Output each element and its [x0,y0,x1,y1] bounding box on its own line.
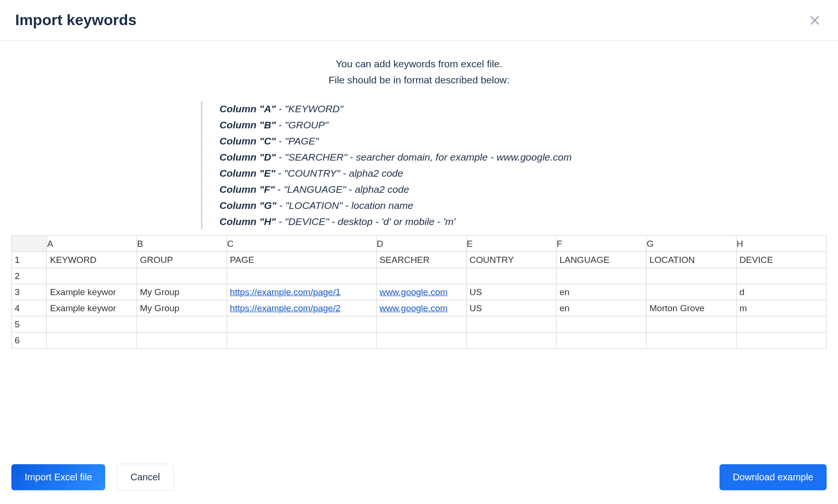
modal-title: Import keywords [15,11,137,29]
column-spec-row: Column "E" - "COUNTRY" - alpha2 code [219,165,637,181]
spreadsheet-cell [376,333,466,349]
spreadsheet-cell [227,316,377,333]
spreadsheet-cell: d [737,284,827,300]
spreadsheet-cell: en [556,284,647,300]
column-spec-label: Column "D" [219,152,276,162]
spreadsheet-col-letter: B [137,236,227,252]
spreadsheet-cell: m [737,300,827,316]
spreadsheet-row: 5 [12,316,827,333]
spreadsheet-cell [647,284,737,300]
column-spec-value: "GROUP" [285,119,328,130]
download-example-button[interactable]: Download example [720,464,827,490]
spreadsheet-cell: Example keywor [47,284,137,300]
column-spec-label: Column "G" [219,200,276,211]
spreadsheet-col-letter: A [47,236,137,252]
column-spec-row: Column "C" - "PAGE" [219,133,637,149]
spreadsheet-cell: https://example.com/page/2 [227,300,377,316]
spreadsheet-cell [227,333,377,349]
spreadsheet-row-number: 3 [12,284,47,300]
column-spec-value: "KEYWORD" [285,103,343,114]
spreadsheet-cell [466,333,556,349]
column-spec-row: Column "D" - "SEARCHER" - searcher domai… [219,149,637,165]
column-spec-label: Column "C" [219,135,276,146]
spreadsheet-col-letter: E [466,236,556,252]
spreadsheet-cell: https://example.com/page/1 [227,284,377,300]
spreadsheet-cell [137,316,227,333]
spreadsheet-cell [227,268,377,284]
spreadsheet-cell [556,268,647,284]
spreadsheet-cell-link: https://example.com/page/2 [230,303,340,313]
column-spec-extra: desktop - 'd' or mobile - 'm' [338,216,455,227]
spreadsheet-row: 3Example keyworMy Grouphttps://example.c… [12,284,827,300]
column-spec-value: "DEVICE" [285,216,329,227]
column-spec-row: Column "B" - "GROUP" [219,117,637,133]
column-spec-label: Column "E" [219,168,275,179]
spreadsheet-header-cell: PAGE [227,252,377,268]
spreadsheet-cell [47,268,137,284]
spreadsheet-cell [137,268,227,284]
spreadsheet-table: ABCDEFGH 1KEYWORDGROUPPAGESEARCHERCOUNTR… [11,235,827,349]
spreadsheet-cell [466,268,556,284]
spreadsheet-cell-link: www.google.com [380,303,448,313]
column-spec-label: Column "H" [219,216,276,227]
spreadsheet-row-number: 6 [12,333,47,349]
close-icon [809,14,821,27]
column-spec-row: Column "G" - "LOCATION" - location name [219,198,637,214]
spreadsheet-cell: My Group [137,300,227,316]
spreadsheet-cell [737,268,827,284]
spreadsheet-col-letter: F [556,236,647,252]
column-spec-extra: searcher domain, for example - www.googl… [356,152,572,162]
spreadsheet-header-row: 1KEYWORDGROUPPAGESEARCHERCOUNTRYLANGUAGE… [12,252,827,268]
spreadsheet-cell [737,316,827,333]
spreadsheet-row: 6 [12,333,827,349]
spreadsheet-col-letter: C [227,236,377,252]
column-spec-list: Column "A" - "KEYWORD"Column "B" - "GROU… [201,101,637,230]
spreadsheet-col-letter-row: ABCDEFGH [12,236,827,252]
import-excel-button[interactable]: Import Excel file [11,464,105,490]
column-spec-label: Column "F" [219,184,275,195]
spreadsheet-col-letter: G [647,236,737,252]
intro-text: You can add keywords from excel file. Fi… [11,56,827,88]
spreadsheet-cell [647,268,737,284]
spreadsheet-row-number: 5 [12,316,47,333]
column-spec-value: "COUNTRY" [284,168,340,179]
column-spec-extra: alpha2 code [349,168,403,179]
spreadsheet-cell: Morton Grove [647,300,737,316]
spreadsheet-header-cell: DEVICE [737,252,827,268]
cancel-button[interactable]: Cancel [117,464,173,491]
spreadsheet-cell: Example keywor [47,300,137,316]
spreadsheet-cell [647,316,737,333]
spreadsheet-header-cell: KEYWORD [47,252,137,268]
spreadsheet-cell [376,268,466,284]
spreadsheet-cell [376,316,466,333]
import-keywords-modal: Import keywords You can add keywords fro… [0,0,838,504]
spreadsheet-cell: www.google.com [376,300,466,316]
column-spec-label: Column "B" [219,119,276,130]
spreadsheet-cell-link: https://example.com/page/1 [230,287,340,297]
spreadsheet-row-number: 4 [12,300,47,316]
spreadsheet-cell [647,333,737,349]
close-button[interactable] [807,12,823,28]
intro-line-2: File should be in format described below… [11,72,827,88]
column-spec-value: "PAGE" [285,135,319,146]
spreadsheet-row-number: 2 [12,268,47,284]
column-spec-row: Column "H" - "DEVICE" - desktop - 'd' or… [219,214,637,230]
column-spec-extra: alpha2 code [355,184,409,195]
spreadsheet-cell: US [466,300,556,316]
modal-footer: Import Excel file Cancel Download exampl… [0,450,838,504]
spreadsheet-row: 2 [12,268,827,284]
spreadsheet-cell [556,316,647,333]
spreadsheet-row: 4Example keyworMy Grouphttps://example.c… [12,300,827,316]
spreadsheet-header-cell: COUNTRY [466,252,556,268]
spreadsheet-corner [12,236,47,252]
modal-body: You can add keywords from excel file. Fi… [0,41,838,450]
spreadsheet-cell [466,316,556,333]
spreadsheet-cell-link: www.google.com [380,287,448,297]
spreadsheet-cell [556,333,647,349]
spreadsheet-cell: www.google.com [376,284,466,300]
column-spec-extra: location name [351,200,413,211]
spreadsheet-header-cell: SEARCHER [376,252,466,268]
spreadsheet-cell: US [466,284,556,300]
modal-header: Import keywords [0,0,838,41]
spreadsheet-preview: ABCDEFGH 1KEYWORDGROUPPAGESEARCHERCOUNTR… [11,235,827,349]
